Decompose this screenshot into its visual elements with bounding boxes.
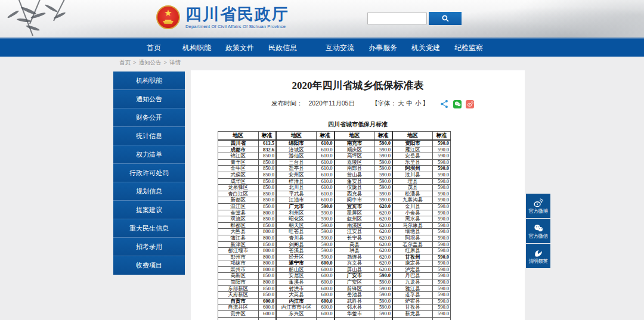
region-cell: 马尔康县 — [392, 222, 433, 229]
table-caption: 四川省城市低保月标准 — [191, 120, 525, 129]
region-cell: 温江区 — [218, 203, 259, 210]
nav-item-4[interactable]: 民政信息 — [261, 43, 304, 53]
nav-item-1[interactable]: 首页 — [132, 43, 175, 53]
nav-item-6[interactable]: 办事服务 — [361, 43, 404, 53]
breadcrumb-item-1[interactable]: 首页 — [119, 59, 131, 66]
value-cell: 850.0 — [258, 222, 276, 229]
nav-item-2[interactable]: 机构职能 — [175, 43, 218, 53]
value-cell: 600.0 — [258, 305, 276, 311]
value-cell: 850.0 — [258, 203, 276, 210]
sidebar-item-3[interactable]: 财务公开 — [113, 108, 185, 127]
value-cell: 850.0 — [258, 241, 276, 248]
value-cell: 850.0 — [258, 153, 276, 160]
value-cell: 590.0 — [433, 197, 451, 204]
wechat-icon — [454, 101, 461, 107]
qingming-memorial-button[interactable]: 清明祭英 — [526, 244, 550, 268]
sidebar-item-6[interactable]: 行政许可处罚 — [113, 164, 185, 182]
value-cell: 590.0 — [433, 235, 451, 241]
region-cell: 绵阳市 — [276, 140, 317, 147]
official-wechat-button[interactable]: 官方微信 — [526, 219, 550, 243]
region-cell: 自贡市 — [218, 298, 259, 305]
table-header-cell: 标准 — [258, 132, 276, 141]
value-cell: 590.0 — [433, 153, 451, 160]
value-cell: 800.0 — [258, 210, 276, 216]
share-icon[interactable] — [440, 100, 449, 108]
region-cell: 阆中市 — [335, 197, 375, 204]
value-cell: 620.0 — [374, 254, 392, 260]
sidebar-item-9[interactable]: 重大民生信息 — [113, 219, 185, 238]
search-input[interactable] — [367, 13, 427, 24]
breadcrumb-item-2[interactable]: 通知公告 — [139, 59, 162, 66]
value-cell: 590.0 — [433, 140, 451, 147]
region-cell: 内江市 — [276, 298, 317, 305]
table-row: 简阳市800.0蓬溪县600.0广安区590.0九龙县590.0 — [218, 279, 451, 286]
font-prefix: 【字体： — [371, 100, 397, 107]
value-cell: 800.0 — [258, 229, 276, 235]
region-cell — [392, 317, 433, 320]
value-cell: 800.0 — [258, 266, 276, 273]
weibo-share-button[interactable] — [466, 100, 474, 108]
value-cell: 590.0 — [433, 298, 451, 305]
value-cell: 590.0 — [374, 273, 392, 279]
sidebar-item-4[interactable]: 统计信息 — [113, 127, 185, 145]
region-cell: 天府新区 — [218, 292, 259, 299]
value-cell: 620.0 — [374, 216, 392, 223]
font-size-large[interactable]: 大 — [398, 100, 404, 107]
region-cell: 内江市市中区 — [276, 305, 317, 311]
region-cell: 江安县 — [335, 229, 375, 235]
region-cell: 平武县 — [276, 191, 317, 197]
nav-item-7[interactable]: 机关党建 — [404, 43, 447, 53]
nav-item-8[interactable]: 纪检监察 — [447, 43, 490, 53]
official-weibo-button[interactable]: 官方微博 — [526, 194, 550, 218]
value-cell: 800.0 — [258, 235, 276, 241]
breadcrumb-separator: > — [133, 59, 137, 66]
value-cell: 620.0 — [374, 235, 392, 241]
region-cell: 江油市 — [276, 197, 317, 204]
float-label: 官方微博 — [529, 209, 548, 214]
font-size-small[interactable]: 小 — [415, 100, 422, 107]
region-cell: 蓬安县 — [335, 178, 375, 185]
search-button[interactable] — [429, 12, 462, 25]
weibo-icon — [467, 101, 473, 107]
region-cell: 新都区 — [218, 197, 259, 204]
region-cell: 东兴区 — [276, 311, 317, 318]
table-row: 郫都区850.0朝天区590.0南溪区620.0马尔康县590.0 — [218, 222, 451, 229]
value-cell: 590.0 — [433, 185, 451, 191]
value-cell: 590.0 — [433, 166, 451, 172]
sidebar-item-2[interactable]: 通知公告 — [113, 90, 185, 108]
value-cell: 850.0 — [258, 292, 276, 299]
sidebar-item-10[interactable]: 招考录用 — [113, 238, 185, 256]
region-cell: 双流区 — [218, 216, 259, 223]
value-cell: 600.0 — [317, 305, 335, 311]
value-cell: 600.0 — [317, 260, 335, 267]
site-logo[interactable]: 四川省民政厅 Department Of Civil Affairs Of Si… — [156, 5, 289, 29]
region-cell: 筠连县 — [335, 254, 375, 260]
table-row: 蒲江县800.0青川县590.0长宁县620.0阿坝县590.0 — [218, 235, 451, 241]
nav-item-5[interactable]: 互动交流 — [318, 43, 361, 53]
sidebar-item-8[interactable]: 提案建议 — [113, 201, 185, 219]
sidebar-item-11[interactable]: 收费项目 — [113, 256, 185, 275]
region-cell: 南充市 — [335, 140, 375, 147]
region-cell: 新龙县 — [392, 311, 433, 318]
sidebar-item-7[interactable]: 规划信息 — [113, 182, 185, 201]
search-box — [367, 13, 462, 25]
region-cell: 青羊区 — [218, 159, 259, 166]
region-cell: 金川县 — [392, 203, 433, 210]
sidebar-item-5[interactable]: 权力清单 — [113, 145, 185, 164]
value-cell: 590.0 — [317, 210, 335, 216]
region-cell — [218, 317, 259, 320]
font-size-medium[interactable]: 中 — [407, 100, 413, 107]
region-cell: 珙县 — [335, 248, 375, 254]
nav-item-3[interactable]: 政策文件 — [218, 43, 261, 53]
table-row: 四川省613.5绵阳市610.0南充市590.0资阳市590.0 — [218, 140, 451, 147]
table-row: 邛崃市800.0遂宁市600.0兴文县620.0康定县590.0 — [218, 260, 451, 267]
sidebar-item-1[interactable]: 机构职能 — [113, 72, 185, 90]
region-cell: 大英县 — [276, 292, 317, 299]
wechat-share-button[interactable] — [453, 100, 462, 108]
region-cell: 大邑县 — [218, 229, 259, 235]
value-cell: 590.0 — [433, 222, 451, 229]
value-cell: 620.0 — [374, 229, 392, 235]
region-cell: 南部县 — [335, 166, 375, 172]
region-cell: 自流井区 — [218, 305, 259, 311]
value-cell: 620.0 — [374, 203, 392, 210]
